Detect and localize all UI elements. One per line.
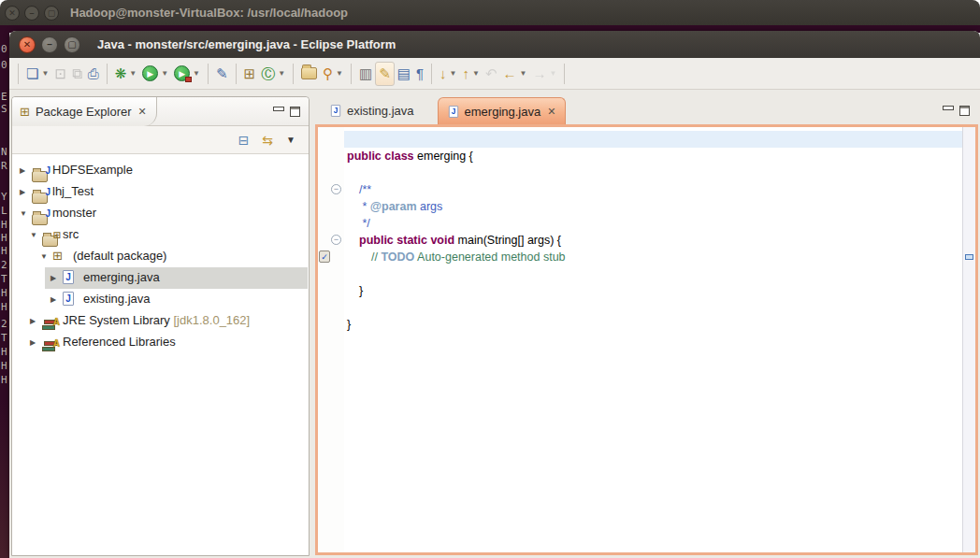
- code-line-1[interactable]: [344, 131, 962, 148]
- code-line-8[interactable]: // TODO Auto-generated method stub: [344, 249, 962, 265]
- tree-item-lhj-test[interactable]: ▶Jlhj_Test: [12, 181, 309, 203]
- save-all-button[interactable]: ⧉: [69, 62, 85, 86]
- view-minimize-icon[interactable]: [273, 107, 283, 115]
- terminal-text-fragment: H: [1, 360, 7, 372]
- run-button[interactable]: ▶▼: [139, 62, 171, 86]
- chevron-down-icon[interactable]: ▼: [129, 69, 137, 78]
- save-button[interactable]: ⊡: [51, 62, 69, 86]
- editor-minimize-icon[interactable]: [943, 106, 953, 114]
- fold-collapse-icon[interactable]: −: [331, 235, 341, 245]
- code-text-area[interactable]: public class emerging {/** * @param args…: [344, 127, 962, 552]
- window-minimize-icon[interactable]: –: [41, 36, 58, 53]
- forward-button[interactable]: →▼: [529, 62, 559, 86]
- tab-close-icon[interactable]: ✕: [547, 106, 555, 118]
- annotation-ruler: [318, 127, 329, 552]
- collapse-arrow-icon[interactable]: ▼: [40, 252, 48, 261]
- tree-item-label: existing.java: [83, 292, 151, 306]
- code-line-10[interactable]: }: [344, 282, 962, 299]
- tree-item-emerging-java[interactable]: ▶Jemerging.java: [12, 267, 309, 289]
- java-project-icon: J: [32, 193, 48, 204]
- editor-maximize-icon[interactable]: [959, 106, 970, 116]
- chevron-down-icon[interactable]: ▼: [472, 69, 480, 78]
- tree-item-existing-java[interactable]: ▶Jexisting.java: [12, 289, 309, 310]
- code-line-4[interactable]: /**: [344, 181, 962, 198]
- previous-annotation-button[interactable]: ↑▼: [459, 62, 482, 86]
- chevron-down-icon[interactable]: ▼: [336, 69, 343, 78]
- overview-ruler[interactable]: [962, 127, 975, 552]
- terminal-minimize-icon[interactable]: –: [24, 6, 39, 21]
- new-wizard-button[interactable]: ❏▼: [23, 62, 51, 86]
- java-editor-tools-button[interactable]: ✎: [213, 62, 231, 86]
- collapse-all-icon[interactable]: ⊟: [238, 133, 250, 148]
- overview-task-marker[interactable]: [965, 254, 973, 260]
- code-editor[interactable]: public class emerging {/** * @param args…: [315, 124, 978, 555]
- show-whitespace-button[interactable]: ¶: [413, 62, 426, 86]
- editor-tab-existing-java[interactable]: Jexisting.java: [321, 97, 430, 124]
- terminal-text-fragment: R: [1, 160, 7, 172]
- link-with-editor-icon[interactable]: ⇆: [262, 133, 273, 148]
- fold-collapse-icon[interactable]: −: [331, 184, 341, 194]
- chevron-down-icon[interactable]: ▼: [193, 69, 200, 78]
- view-close-icon[interactable]: ✕: [138, 106, 147, 118]
- show-selected-element-button[interactable]: ▤: [395, 62, 413, 86]
- tree-item--default-package-[interactable]: ▼⊞(default package): [12, 246, 309, 267]
- previous-annotation-icon: ↑: [462, 66, 469, 80]
- tree-item-monster[interactable]: ▼Jmonster: [12, 203, 309, 224]
- tree-item-jre-system-library[interactable]: ▶JRE System Library [jdk1.8.0_162]: [12, 310, 309, 332]
- search-icon: ⚲: [323, 66, 333, 80]
- run-external-tools-button[interactable]: ▶▼: [171, 62, 203, 86]
- code-line-3[interactable]: [344, 165, 962, 181]
- chevron-down-icon[interactable]: ▼: [450, 69, 457, 78]
- chevron-down-icon[interactable]: ▼: [41, 69, 49, 78]
- tree-item-referenced-libraries[interactable]: ▶Referenced Libraries: [12, 332, 309, 353]
- java-file-icon: J: [448, 106, 457, 118]
- window-close-icon[interactable]: ✕: [19, 36, 36, 53]
- editor-tabbar: Jexisting.javaJemerging.java✕: [315, 96, 978, 124]
- terminal-left-edge: 00ESNRYLHHH2THH2THHH: [0, 31, 9, 558]
- code-line-6[interactable]: */: [344, 215, 962, 232]
- eclipse-titlebar[interactable]: ✕ – ▢ Java - monster/src/emerging.java -…: [9, 31, 980, 58]
- chevron-down-icon[interactable]: ▼: [278, 69, 285, 78]
- chevron-down-icon[interactable]: ▼: [161, 69, 168, 78]
- expand-arrow-icon[interactable]: ▶: [20, 166, 25, 175]
- save-icon: ⊡: [54, 66, 66, 80]
- terminal-maximize-icon[interactable]: ▢: [44, 6, 59, 21]
- search-button[interactable]: ⚲▼: [320, 62, 346, 86]
- code-line-7[interactable]: public static void main(String[] args) {: [344, 232, 962, 249]
- editor-tab-emerging-java[interactable]: Jemerging.java✕: [438, 97, 567, 124]
- tree-item-hdfsexample[interactable]: ▶JHDFSExample: [12, 160, 309, 181]
- mark-occurrences-button[interactable]: ✎: [375, 62, 395, 86]
- open-task-button[interactable]: [298, 62, 320, 86]
- code-line-2[interactable]: public class emerging {: [344, 148, 962, 165]
- code-line-9[interactable]: [344, 265, 962, 282]
- terminal-close-icon[interactable]: ✕: [5, 6, 20, 21]
- task-marker-icon[interactable]: ✓: [319, 250, 330, 263]
- last-edit-location-button[interactable]: ↶: [483, 62, 500, 86]
- tree-item-src[interactable]: ▼⊞src: [12, 224, 309, 246]
- collapse-arrow-icon[interactable]: ▼: [20, 209, 27, 218]
- tab-package-explorer[interactable]: ⊞ Package Explorer ✕: [12, 97, 157, 126]
- toggle-breadcrumb-button[interactable]: ▥: [356, 62, 375, 86]
- chevron-down-icon[interactable]: ▼: [549, 69, 556, 78]
- chevron-down-icon[interactable]: ▼: [519, 69, 526, 78]
- debug-button[interactable]: ❋▼: [112, 62, 140, 86]
- expand-arrow-icon[interactable]: ▶: [30, 317, 36, 325]
- new-java-project-button[interactable]: ⊞: [241, 62, 259, 86]
- window-maximize-icon[interactable]: ▢: [64, 36, 80, 53]
- expand-arrow-icon[interactable]: ▶: [50, 295, 56, 304]
- view-maximize-icon[interactable]: [290, 107, 300, 117]
- expand-arrow-icon[interactable]: ▶: [20, 188, 25, 196]
- new-class-button[interactable]: Ⓒ▼: [258, 62, 288, 86]
- collapse-arrow-icon[interactable]: ▼: [30, 231, 37, 239]
- new-wizard-icon: ❏: [26, 66, 38, 80]
- code-line-5[interactable]: * @param args: [344, 198, 962, 215]
- back-button[interactable]: ←▼: [499, 62, 529, 86]
- view-menu-icon[interactable]: ▼: [286, 135, 295, 145]
- code-line-11[interactable]: [344, 299, 962, 316]
- code-line-12[interactable]: }: [344, 316, 962, 333]
- expand-arrow-icon[interactable]: ▶: [30, 338, 36, 347]
- next-annotation-button[interactable]: ↓▼: [437, 62, 459, 86]
- expand-arrow-icon[interactable]: ▶: [50, 274, 56, 282]
- terminal-text-fragment: H: [1, 301, 7, 313]
- print-button[interactable]: ⎙: [85, 62, 102, 86]
